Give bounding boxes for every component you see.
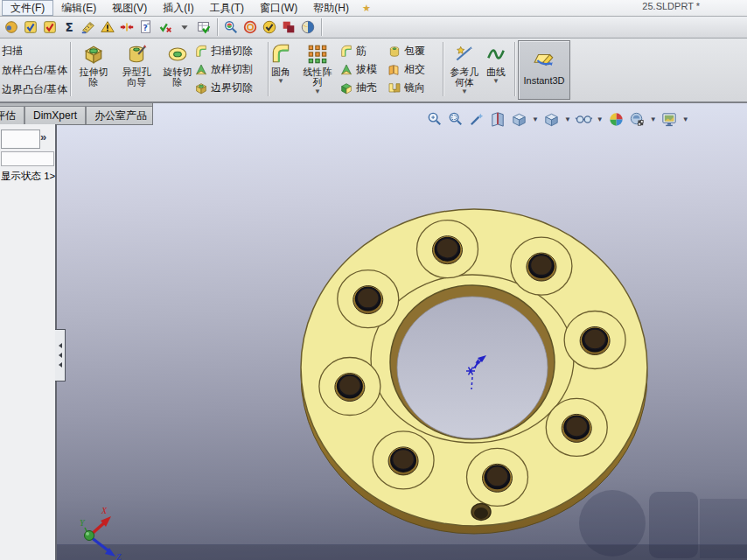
chevron-down-icon[interactable]: ▼ bbox=[532, 116, 539, 123]
gold-badge-icon[interactable] bbox=[2, 18, 21, 37]
revolved-cut-button[interactable]: 旋转切除 bbox=[159, 40, 196, 100]
expand-panel-button[interactable]: » bbox=[40, 130, 46, 144]
feature-group-2: 包覆 相交 镜向 bbox=[387, 42, 425, 97]
menu-insert[interactable]: 插入(I) bbox=[155, 1, 201, 15]
render-sphere-icon[interactable] bbox=[298, 18, 318, 37]
section-view-icon[interactable] bbox=[489, 110, 507, 129]
chevron-down-icon[interactable]: ▼ bbox=[564, 116, 571, 123]
triad-x-label: X bbox=[101, 506, 108, 515]
heads-up-view-toolbar: ▼▼▼▼▼ bbox=[426, 110, 690, 129]
view-orientation-icon[interactable] bbox=[510, 110, 528, 129]
menu-window[interactable]: 窗口(W) bbox=[252, 1, 305, 15]
chevron-down-icon[interactable]: ▼ bbox=[446, 88, 483, 95]
display-style-icon[interactable] bbox=[542, 110, 561, 129]
table-check-icon[interactable] bbox=[194, 18, 213, 37]
tab-office-products[interactable]: 办公室产品 bbox=[86, 106, 153, 124]
collision-arrows-icon[interactable] bbox=[117, 18, 136, 37]
document-title: 25.SLDPRT * bbox=[642, 1, 700, 11]
verify-check-icon[interactable] bbox=[156, 18, 175, 37]
solidworks-window: 文件(F) 编辑(E) 视图(V) 插入(I) 工具(T) 窗口(W) 帮助(H… bbox=[0, 0, 747, 560]
menu-help[interactable]: 帮助(H) bbox=[305, 1, 357, 15]
sweep-button[interactable]: 扫描 bbox=[0, 41, 68, 60]
instant3d-button[interactable]: Instant3D bbox=[518, 40, 570, 100]
menu-edit[interactable]: 编辑(E) bbox=[53, 1, 104, 15]
linear-pattern-icon bbox=[306, 43, 329, 66]
rib-button[interactable]: 筋 bbox=[339, 42, 377, 60]
mirror-button[interactable]: 镜向 bbox=[387, 79, 425, 97]
extruded-cut-icon bbox=[82, 43, 105, 66]
boundary-cut-button[interactable]: 边界切除 bbox=[194, 79, 253, 97]
hole-wizard-icon bbox=[125, 43, 148, 66]
chevron-down-icon[interactable]: ▼ bbox=[597, 116, 604, 123]
chevron-down-icon[interactable]: ▼ bbox=[650, 116, 657, 123]
apply-scene-icon[interactable] bbox=[628, 110, 646, 129]
hole-wizard-button[interactable]: 异型孔向导 bbox=[115, 40, 158, 100]
star-icon[interactable]: ★ bbox=[362, 3, 371, 14]
commandmanager-tabstrip: 评估 DimXpert 办公室产品 bbox=[0, 103, 153, 125]
collapse-arrow-icon bbox=[59, 362, 62, 368]
tab-dimxpert[interactable]: DimXpert bbox=[24, 106, 86, 124]
rib-icon bbox=[339, 45, 353, 59]
curves-button[interactable]: 曲线▼ bbox=[481, 40, 511, 100]
lofted-cut-icon bbox=[194, 63, 208, 77]
checkbox-blue-icon[interactable] bbox=[21, 18, 40, 37]
draft-button[interactable]: 拔模 bbox=[339, 60, 377, 79]
panel-collapse-handle[interactable] bbox=[55, 329, 66, 382]
tree-item-display-state[interactable]: 显示状态 1> bbox=[1, 170, 55, 183]
magic-wand-icon[interactable] bbox=[468, 110, 486, 129]
red-boxes-icon[interactable] bbox=[279, 18, 298, 37]
boundary-cut-icon bbox=[194, 81, 208, 95]
standard-toolbar bbox=[0, 17, 747, 38]
graphics-area[interactable]: 评估 DimXpert 办公室产品 » 显示状态 1> ▼▼▼▼▼ X Z Y bbox=[0, 103, 747, 560]
ribbon-separator bbox=[443, 42, 443, 96]
chevron-down-icon[interactable]: ▼ bbox=[481, 78, 511, 85]
mirror-icon bbox=[387, 81, 401, 95]
reference-geometry-button[interactable]: 参考几何体 ▼ bbox=[446, 40, 483, 100]
intersect-icon bbox=[387, 63, 401, 77]
fillet-button[interactable]: 圆角▼ bbox=[265, 40, 297, 100]
revolved-cut-icon bbox=[166, 43, 189, 66]
ribbon-separator bbox=[514, 42, 515, 96]
chevron-down-icon[interactable]: ▼ bbox=[298, 88, 337, 95]
loft-boss-button[interactable]: 放样凸台/基体 bbox=[0, 60, 68, 80]
tab-evaluate[interactable]: 评估 bbox=[0, 106, 24, 124]
zoom-fit-icon[interactable] bbox=[426, 110, 444, 129]
menu-view[interactable]: 视图(V) bbox=[104, 1, 155, 15]
edit-appearance-icon[interactable] bbox=[607, 110, 625, 129]
fillet-icon bbox=[269, 43, 292, 66]
wrap-icon bbox=[387, 45, 401, 59]
dropdown-arrow-icon[interactable] bbox=[175, 18, 194, 37]
linear-pattern-button[interactable]: 线性阵列 ▼ bbox=[298, 40, 337, 100]
menu-tools[interactable]: 工具(T) bbox=[202, 1, 252, 15]
swept-cut-icon bbox=[194, 45, 208, 59]
measure-icon[interactable] bbox=[79, 18, 98, 37]
chevron-down-icon[interactable]: ▼ bbox=[682, 116, 689, 123]
lofted-cut-button[interactable]: 放样切割 bbox=[194, 60, 253, 79]
hide-show-items-icon[interactable] bbox=[575, 110, 593, 129]
sigma-icon[interactable] bbox=[59, 18, 79, 37]
ribbon-separator bbox=[70, 42, 71, 96]
intersect-button[interactable]: 相交 bbox=[387, 60, 425, 79]
zoom-area-icon[interactable] bbox=[447, 110, 465, 129]
check-coin-icon[interactable] bbox=[260, 18, 279, 37]
triad-y-label: Y bbox=[80, 518, 86, 528]
feature-manager-filter[interactable] bbox=[1, 151, 54, 166]
cut-group: 扫描切除 放样切割 边界切除 bbox=[194, 42, 253, 97]
collapse-arrow-icon bbox=[59, 343, 62, 348]
warning-triangle-icon[interactable] bbox=[98, 18, 117, 37]
target-rings-icon[interactable] bbox=[241, 18, 260, 37]
swept-cut-button[interactable]: 扫描切除 bbox=[194, 42, 253, 60]
magnifier-rainbow-icon[interactable] bbox=[221, 18, 241, 37]
shell-button[interactable]: 抽壳 bbox=[339, 79, 377, 97]
menu-bar: 文件(F) 编辑(E) 视图(V) 插入(I) 工具(T) 窗口(W) 帮助(H… bbox=[0, 0, 747, 17]
extruded-cut-button[interactable]: 拉伸切除 bbox=[73, 40, 114, 100]
feature-manager-panel: » 显示状态 1> bbox=[0, 124, 57, 560]
checkbox-red-icon[interactable] bbox=[40, 18, 59, 37]
boundary-boss-button[interactable]: 边界凸台/基体 bbox=[0, 80, 68, 99]
menu-file[interactable]: 文件(F) bbox=[2, 0, 53, 16]
wrap-button[interactable]: 包覆 bbox=[387, 42, 425, 60]
file-question-icon[interactable] bbox=[136, 18, 156, 37]
chevron-down-icon[interactable]: ▼ bbox=[265, 78, 297, 85]
toolbar-separator bbox=[321, 18, 322, 36]
view-settings-icon[interactable] bbox=[660, 110, 679, 129]
